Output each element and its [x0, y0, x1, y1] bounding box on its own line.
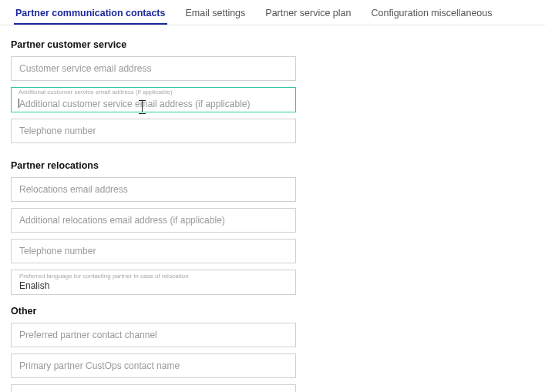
other-additional-info-input[interactable]	[11, 384, 296, 392]
relocations-email-input[interactable]	[11, 177, 296, 202]
section-title-relocations: Partner relocations	[11, 160, 534, 171]
tab-configuration-miscellaneous[interactable]: Configuration miscellaneous	[369, 8, 493, 25]
relocations-language-select[interactable]: Preferred language for contacting partne…	[11, 270, 296, 295]
tab-partner-service-plan[interactable]: Partner service plan	[264, 8, 352, 25]
section-title-customer-service: Partner customer service	[11, 39, 534, 50]
tabs-bar: Partner communication contacts Email set…	[0, 0, 545, 25]
customer-service-email-input[interactable]	[11, 56, 296, 81]
relocations-language-value: Enalish	[19, 280, 288, 291]
relocations-language-label: Preferred language for contacting partne…	[19, 273, 288, 280]
customer-service-additional-email-input[interactable]	[11, 87, 296, 112]
other-custops-input[interactable]	[11, 353, 296, 378]
section-title-other: Other	[11, 306, 534, 317]
customer-service-phone-input[interactable]	[11, 119, 296, 143]
relocations-additional-email-input[interactable]	[11, 208, 296, 233]
relocations-phone-input[interactable]	[11, 239, 296, 263]
tab-partner-communication-contacts[interactable]: Partner communication contacts	[14, 8, 167, 25]
tab-email-settings[interactable]: Email settings	[184, 8, 247, 25]
other-channel-input[interactable]	[11, 323, 296, 347]
form-content: Partner customer service Additional cust…	[0, 25, 545, 392]
